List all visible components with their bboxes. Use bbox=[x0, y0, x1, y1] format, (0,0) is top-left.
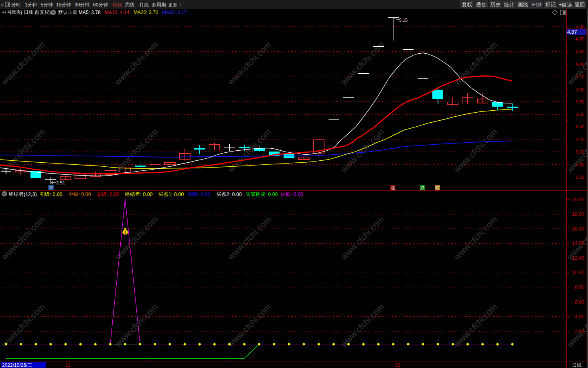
svg-text:18.00: 18.00 bbox=[572, 211, 584, 217]
svg-text:www.cfchi.com: www.cfchi.com bbox=[226, 302, 273, 349]
svg-text:www.cfchi.com: www.cfchi.com bbox=[565, 302, 588, 349]
svg-text:www.cfchi.com: www.cfchi.com bbox=[0, 214, 47, 262]
svg-text:4.00: 4.00 bbox=[575, 314, 584, 319]
svg-text:2.00: 2.00 bbox=[575, 329, 584, 334]
svg-text:8.00: 8.00 bbox=[575, 285, 584, 290]
svg-text:MA60: 3.17: MA60: 3.17 bbox=[162, 10, 187, 15]
svg-text:4.60: 4.60 bbox=[576, 49, 584, 54]
svg-text:1: 0.00: 1: 0.00 bbox=[168, 192, 184, 197]
svg-text:F10: F10 bbox=[532, 2, 541, 8]
svg-text:www.cfchi.com: www.cfchi.com bbox=[113, 40, 160, 87]
svg-text:MA5: 3.78: MA5: 3.78 bbox=[79, 10, 101, 15]
svg-text:3.60: 3.60 bbox=[576, 112, 584, 117]
svg-text:+: + bbox=[559, 2, 562, 8]
svg-text:: 0.00: : 0.00 bbox=[79, 192, 91, 197]
svg-text:14.00: 14.00 bbox=[572, 241, 584, 246]
svg-text:2: 0.00: 2: 0.00 bbox=[227, 192, 242, 197]
svg-text:www.cfchi.com: www.cfchi.com bbox=[452, 302, 499, 349]
svg-text:1: 1 bbox=[25, 2, 28, 8]
svg-text:4.20: 4.20 bbox=[576, 74, 584, 79]
svg-text:: 0.00: : 0.00 bbox=[265, 192, 278, 197]
svg-text:60: 60 bbox=[93, 2, 99, 8]
svg-text:4.80: 4.80 bbox=[576, 36, 584, 41]
svg-text:www.cfchi.com: www.cfchi.com bbox=[452, 214, 499, 262]
svg-text:www.cfchi.com: www.cfchi.com bbox=[226, 127, 273, 174]
svg-text:12: 12 bbox=[395, 362, 400, 368]
svg-text:5: 5 bbox=[41, 2, 43, 8]
svg-text:www.cfchi.com: www.cfchi.com bbox=[0, 302, 47, 349]
svg-text:www.cfchi.com: www.cfchi.com bbox=[339, 214, 386, 262]
svg-text:): ) bbox=[49, 10, 51, 15]
svg-text:.: . bbox=[33, 10, 34, 15]
svg-text:2.51: 2.51 bbox=[56, 180, 65, 185]
svg-text:6.00: 6.00 bbox=[575, 299, 584, 305]
svg-text:: 0.00: : 0.00 bbox=[107, 192, 119, 197]
svg-text:16.00: 16.00 bbox=[572, 226, 584, 232]
svg-text:MA20: 3.70: MA20: 3.70 bbox=[134, 10, 158, 15]
svg-text:www.cfchi.com: www.cfchi.com bbox=[0, 40, 47, 87]
svg-text:www.cfchi.com: www.cfchi.com bbox=[452, 40, 499, 87]
svg-text:2022/10/26/: 2022/10/26/ bbox=[2, 362, 28, 368]
svg-text:: 0.00: : 0.00 bbox=[198, 192, 211, 197]
svg-text:www.cfchi.com: www.cfchi.com bbox=[452, 127, 499, 174]
svg-text:www.cfchi.com: www.cfchi.com bbox=[565, 214, 588, 262]
svg-text:(12,3): (12,3) bbox=[24, 192, 37, 197]
svg-text:www.cfchi.com: www.cfchi.com bbox=[226, 214, 273, 262]
svg-text:www.cfchi.com: www.cfchi.com bbox=[113, 127, 160, 174]
svg-text:2.60: 2.60 bbox=[576, 175, 584, 180]
svg-text:3.20: 3.20 bbox=[576, 137, 584, 142]
svg-text:10.00: 10.00 bbox=[572, 270, 584, 275]
svg-text:www.cfchi.com: www.cfchi.com bbox=[226, 40, 273, 87]
svg-text:11: 11 bbox=[65, 362, 71, 368]
svg-text:12.00: 12.00 bbox=[572, 255, 584, 261]
svg-text:MA10: 4.14: MA10: 4.14 bbox=[105, 10, 130, 15]
svg-text:2.80: 2.80 bbox=[576, 162, 584, 167]
svg-text:: 0.00: : 0.00 bbox=[140, 192, 152, 197]
svg-text:: 0.00: : 0.00 bbox=[291, 192, 303, 197]
svg-text:$: $ bbox=[124, 231, 126, 235]
svg-text:(: ( bbox=[21, 10, 22, 15]
svg-text:20.00: 20.00 bbox=[572, 197, 584, 202]
svg-text:30: 30 bbox=[75, 2, 80, 8]
svg-text:4.00: 4.00 bbox=[576, 87, 584, 92]
svg-text:www.cfchi.com: www.cfchi.com bbox=[339, 302, 386, 349]
svg-text:5.00: 5.00 bbox=[576, 24, 584, 29]
svg-text:15: 15 bbox=[56, 2, 62, 8]
svg-text:www.cfchi.com: www.cfchi.com bbox=[339, 127, 386, 174]
svg-text:3.80: 3.80 bbox=[576, 99, 584, 104]
svg-text:: 0.00: : 0.00 bbox=[50, 192, 62, 197]
svg-text:5.15: 5.15 bbox=[399, 18, 408, 22]
svg-text:»: » bbox=[1, 1, 4, 7]
svg-text:4.87: 4.87 bbox=[567, 29, 577, 35]
svg-text:4.40: 4.40 bbox=[576, 62, 584, 67]
svg-text:3.40: 3.40 bbox=[576, 124, 584, 129]
svg-text:3.00: 3.00 bbox=[576, 150, 584, 154]
